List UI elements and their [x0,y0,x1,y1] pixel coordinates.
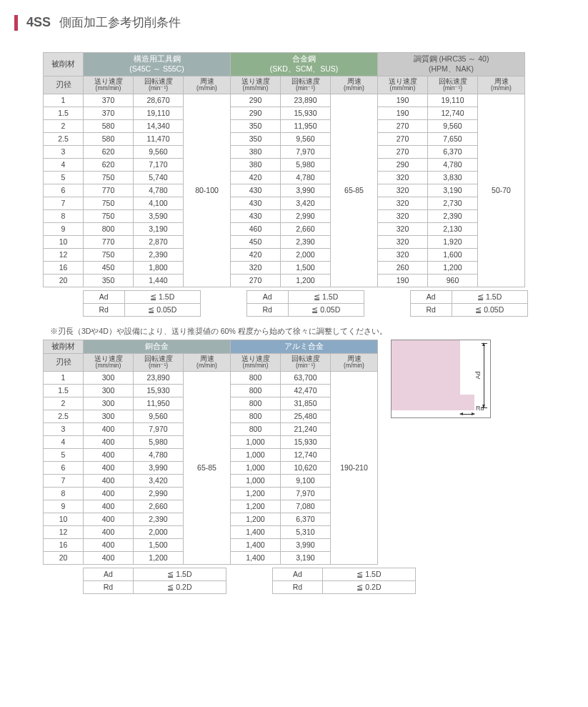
hdr-material: 被削材 [44,340,84,353]
cell-rpm: 1,200 [134,551,184,564]
cell-rpm: 2,870 [134,235,184,248]
cell-rpm: 21,240 [281,422,331,435]
cell-rpm: 5,980 [134,435,184,448]
accent-bar [14,15,18,31]
cell-rpm: 1,500 [281,261,331,274]
cell-feed: 1,000 [231,448,281,461]
cell-rpm: 9,100 [281,474,331,487]
cell-feed: 1,400 [231,525,281,538]
cell-rpm: 7,650 [428,132,478,145]
hdr-diameter: 刃径 [44,353,84,371]
cell-feed: 620 [84,158,134,171]
table-row: 127502,3904202,0003201,600 [44,248,525,261]
cell-rpm: 7,080 [281,500,331,513]
cell-rpm: 11,950 [281,119,331,132]
cell-diameter: 1.5 [44,384,84,397]
table-row: 164501,8003201,5002601,200 [44,261,525,274]
cell-feed: 300 [84,397,134,410]
cell-diameter: 16 [44,538,84,551]
cell-feed: 290 [378,158,428,171]
table-row: 130023,89065-8580063,700190-210 [44,371,378,384]
cell-rpm: 3,190 [281,551,331,564]
table-row: 203501,4402701,200190960 [44,274,525,287]
cell-diameter: 2.5 [44,410,84,422]
cell-diameter: 7 [44,197,84,209]
diagram-step [460,395,474,410]
cell-feed: 770 [84,235,134,248]
cell-rpm: 9,560 [428,119,478,132]
hdr-feed: 送り速度(mm/min) [231,353,281,371]
cell-feed: 300 [84,371,134,384]
hdr-material: 被削材 [44,53,84,76]
cell-rpm: 11,470 [134,132,184,145]
cell-diameter: 10 [44,235,84,248]
cell-diameter: 10 [44,513,84,525]
cell-rpm: 2,660 [134,500,184,513]
cell-rpm: 2,990 [134,487,184,500]
cell-rpm: 7,970 [281,487,331,500]
cell-diameter: 16 [44,261,84,274]
cell-feed: 400 [84,448,134,461]
cell-diameter: 12 [44,525,84,538]
cell-feed: 1,200 [231,487,281,500]
cell-feed: 350 [84,274,134,287]
grp-tempered: 調質鋼 (HRC35 ～ 40)(HPM、NAK) [378,53,525,76]
cell-rpm: 2,390 [134,513,184,525]
cell-rpm: 2,390 [428,209,478,222]
cell-feed: 380 [231,145,281,158]
product-code: 4SS [26,15,51,30]
cell-rpm: 2,730 [428,197,478,209]
cell-feed: 800 [231,422,281,435]
cell-rpm: 960 [428,274,478,287]
table-row: 87503,5904302,9903202,390 [44,209,525,222]
adrd-temp: Ad≦ 1.5D Rd≦ 0.05D [410,290,528,317]
cell-rpm: 3,990 [134,461,184,474]
cell-feed: 320 [378,171,428,184]
table-row: 137028,67080-10029023,89065-8519019,1105… [44,94,525,107]
cell-feed: 190 [378,94,428,107]
cell-rpm: 23,890 [281,94,331,107]
cell-feed: 800 [84,222,134,235]
cell-rpm: 1,920 [428,235,478,248]
cell-rpm: 7,970 [281,145,331,158]
table-row: 1.537019,11029015,93019012,740 [44,107,525,119]
cell-diameter: 9 [44,500,84,513]
page-title-row: 4SS 側面加工参考切削条件 [14,14,574,31]
cell-diameter: 2 [44,119,84,132]
cell-rpm: 3,190 [428,184,478,197]
hdr-rpm: 回転速度(min⁻¹) [281,353,331,371]
hdr-diameter: 刃径 [44,76,84,94]
cell-feed: 290 [231,107,281,119]
cell-rpm: 15,930 [134,384,184,397]
cell-rpm: 3,420 [281,197,331,209]
adrd-row-1: Ad≦ 1.5D Rd≦ 0.05D Ad≦ 1.5D Rd≦ 0.05D Ad… [83,290,574,317]
cell-rpm: 1,440 [134,274,184,287]
cell-feed: 800 [231,397,281,410]
cell-diameter: 20 [44,551,84,564]
cell-feed: 320 [231,261,281,274]
cell-diameter: 6 [44,461,84,474]
hdr-rpm: 回転速度(min⁻¹) [134,353,184,371]
cell-feed: 450 [84,261,134,274]
diagram-workpiece [392,340,460,410]
cell-rpm: 2,000 [134,525,184,538]
grp-aluminum: アルミ合金 [231,340,378,353]
cell-feed: 400 [84,525,134,538]
cell-feed: 400 [84,500,134,513]
cell-rpm: 10,620 [281,461,331,474]
cell-feed: 260 [378,261,428,274]
table-row: 258014,34035011,9502709,560 [44,119,525,132]
table-row: 67704,7804303,9903203,190 [44,184,525,197]
hdr-rpm: 回転速度(min⁻¹) [134,76,184,94]
cell-rpm: 4,100 [134,197,184,209]
cell-feed: 380 [231,158,281,171]
cell-diameter: 2.5 [44,132,84,145]
cell-rpm: 19,110 [134,107,184,119]
cell-rpm: 7,970 [134,422,184,435]
cell-rpm: 31,850 [281,397,331,410]
label-ad: Ad [474,371,481,379]
cell-rpm: 19,110 [428,94,478,107]
cell-feed: 400 [84,551,134,564]
table-row: 57505,7404204,7803203,830 [44,171,525,184]
cell-feed: 430 [231,209,281,222]
